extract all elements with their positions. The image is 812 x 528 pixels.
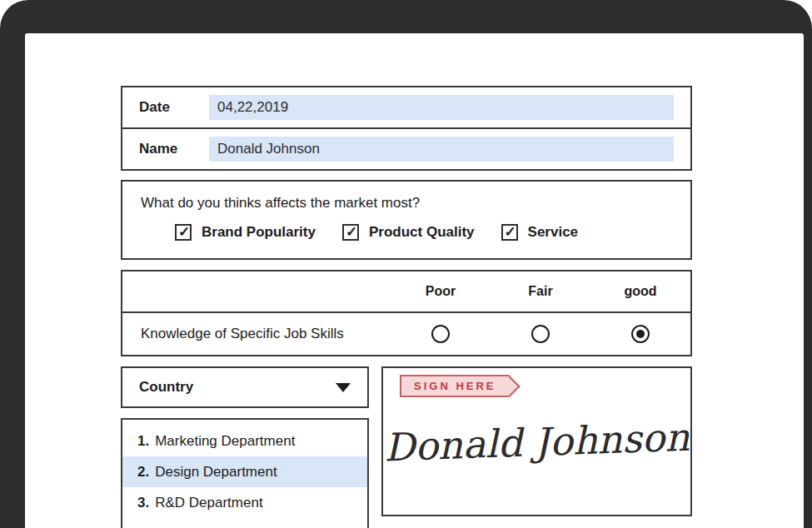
chevron-down-icon[interactable] — [336, 383, 351, 392]
date-field-row: Date — [122, 87, 690, 127]
date-field-label: Date — [139, 99, 209, 116]
country-dropdown-label: Country — [139, 379, 193, 396]
signature-text: Donald Johnson — [382, 415, 691, 471]
option-service[interactable]: Service — [501, 224, 579, 241]
option-label: Brand Popularity — [202, 224, 316, 241]
list-item-number: 2. — [137, 464, 149, 481]
checkbox-checked-icon[interactable] — [501, 224, 518, 241]
identity-fields-box: Date Name — [121, 86, 692, 171]
market-question-box: What do you thinks affects the market mo… — [121, 180, 692, 260]
radio-poor[interactable] — [431, 325, 450, 343]
option-label: Service — [528, 224, 579, 241]
rating-table-header: Poor Fair good — [122, 271, 690, 313]
checkbox-checked-icon[interactable] — [175, 224, 192, 241]
country-dropdown[interactable]: Country — [121, 366, 369, 408]
list-item-design-selected[interactable]: 2. Design Department — [122, 456, 367, 487]
list-item-number: 3. — [137, 495, 149, 511]
rating-table: Poor Fair good Knowledge of Specific Job… — [121, 270, 692, 356]
list-item-number: 1. — [137, 433, 149, 450]
checkbox-checked-icon[interactable] — [342, 224, 359, 241]
option-brand-popularity[interactable]: Brand Popularity — [175, 224, 316, 241]
list-item-marketing[interactable]: 1. Marketing Department — [122, 426, 367, 456]
option-product-quality[interactable]: Product Quality — [342, 224, 475, 241]
department-list: 1. Marketing Department 2. Design Depart… — [121, 418, 369, 528]
list-item-label: Marketing Department — [155, 433, 295, 450]
date-input[interactable] — [209, 95, 674, 120]
rating-row-job-skills: Knowledge of Specific Job Skills — [122, 313, 690, 355]
market-question-text: What do you thinks affects the market mo… — [141, 195, 690, 212]
sign-here-badge: SIGN HERE — [400, 375, 510, 397]
name-field-row: Name — [122, 127, 690, 169]
radio-fair[interactable] — [531, 325, 550, 343]
name-input[interactable] — [209, 137, 674, 162]
name-field-label: Name — [139, 141, 209, 157]
option-label: Product Quality — [369, 224, 475, 241]
rating-row-label: Knowledge of Specific Job Skills — [122, 326, 391, 342]
rating-header-good: good — [590, 284, 690, 299]
form-page: Date Name What do you thinks affects the… — [0, 0, 812, 528]
radio-good-selected[interactable] — [631, 325, 650, 343]
list-item-label: R&D Department — [155, 495, 262, 511]
list-item-label: Design Department — [155, 464, 276, 481]
rating-header-fair: Fair — [491, 284, 590, 299]
rating-header-poor: Poor — [391, 284, 491, 299]
signature-area[interactable]: SIGN HERE Donald Johnson — [381, 366, 692, 516]
list-item-rnd[interactable]: 3. R&D Department — [122, 487, 367, 518]
market-options: Brand Popularity Product Quality Service — [175, 224, 690, 241]
